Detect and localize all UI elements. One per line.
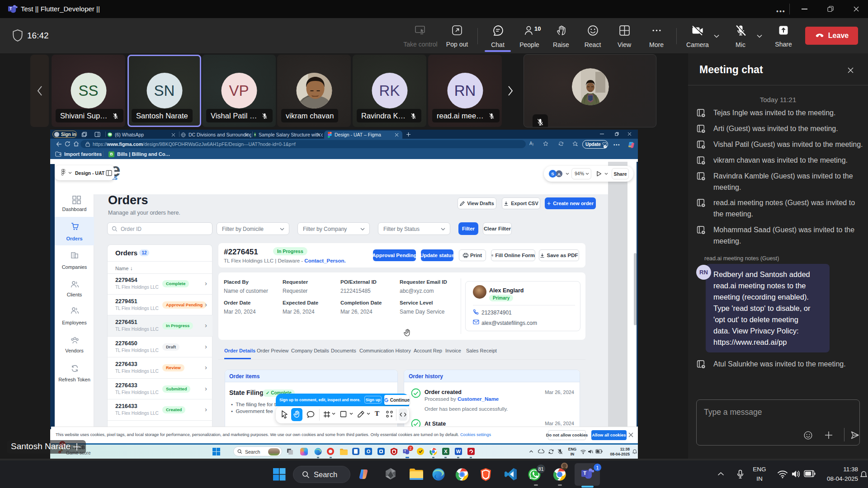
svg-text:T: T: [583, 470, 586, 476]
svg-text:T: T: [9, 6, 12, 11]
svg-text:T: T: [404, 450, 406, 453]
